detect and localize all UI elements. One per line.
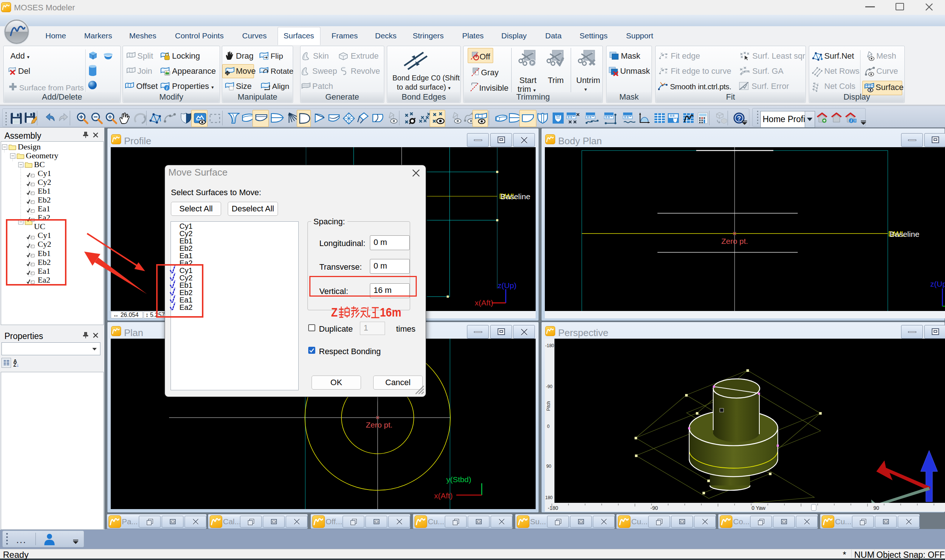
svg-text:x(Aft): x(Aft) bbox=[434, 491, 453, 500]
svg-text:Baseline: Baseline bbox=[890, 230, 920, 238]
svg-text:i: i bbox=[851, 119, 852, 123]
svg-text:Zero pt.: Zero pt. bbox=[721, 237, 748, 245]
svg-text:y(Stbd): y(Stbd) bbox=[446, 475, 472, 484]
svg-text:z(Up: z(Up bbox=[930, 280, 945, 288]
svg-text:16m: 16m bbox=[380, 305, 401, 320]
svg-text:Zero pt.: Zero pt. bbox=[366, 420, 392, 429]
svg-text:Z: Z bbox=[331, 305, 338, 320]
svg-text:z(Up): z(Up) bbox=[498, 281, 516, 289]
svg-text:?: ? bbox=[737, 115, 741, 122]
svg-text:Baseline: Baseline bbox=[501, 192, 530, 201]
svg-text:x(Aft): x(Aft) bbox=[475, 298, 493, 307]
